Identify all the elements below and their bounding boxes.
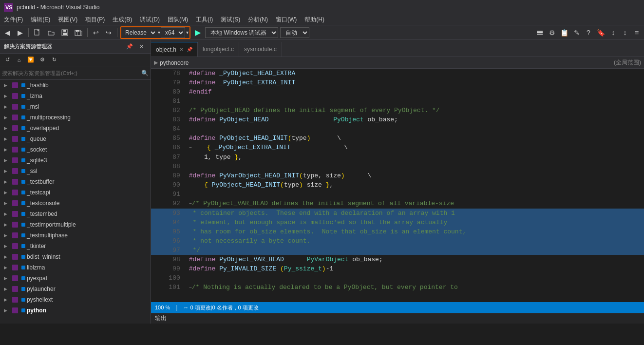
undo-button[interactable]: ↩	[91, 27, 101, 38]
scope-text[interactable]: (全局范围)	[614, 58, 641, 67]
tree-item[interactable]: ▶_testimportmultiple	[0, 219, 151, 230]
breadcrumb-text[interactable]: pythoncore	[160, 59, 189, 66]
open-file-button[interactable]	[45, 27, 57, 38]
table-row: 94 * element, but enough space is malloc…	[151, 218, 644, 227]
table-row: 91	[151, 190, 644, 199]
sidebar-refresh-button[interactable]: ↺	[2, 55, 13, 65]
zoom-level[interactable]: 100 %	[155, 305, 170, 310]
tree-item[interactable]: ▶python	[0, 305, 151, 316]
line-number: 92	[151, 199, 187, 209]
menu-file[interactable]: 文件(F)	[0, 15, 27, 25]
auto-select[interactable]: 自动	[280, 27, 309, 38]
menu-team[interactable]: 团队(M)	[164, 15, 192, 25]
save-button[interactable]	[59, 27, 71, 38]
sidebar-pin-button[interactable]: 📌	[124, 41, 135, 52]
toolbar-icon-6[interactable]: 🔖	[595, 27, 607, 38]
menu-build[interactable]: 生成(B)	[109, 15, 136, 25]
tree-item[interactable]: ▶bdist_wininst	[0, 251, 151, 262]
table-row: 86− { _PyObject_EXTRA_INIT \	[151, 143, 644, 153]
svg-rect-11	[537, 34, 543, 35]
sidebar-close-button[interactable]: ✕	[136, 41, 147, 52]
line-number: 99	[151, 264, 187, 273]
line-number: 85	[151, 134, 187, 143]
menu-window[interactable]: 窗口(W)	[272, 15, 301, 25]
toolbar-icon-8[interactable]: ↕	[620, 27, 630, 38]
svg-rect-8	[77, 31, 82, 36]
toolbar-icon-5[interactable]: ?	[583, 27, 594, 38]
menu-project[interactable]: 项目(P)	[81, 15, 109, 25]
toolbar-icon-4[interactable]: ✎	[571, 27, 582, 38]
sidebar-home-button[interactable]: ⌂	[14, 55, 24, 65]
tree-item[interactable]: ▶_msi	[0, 101, 151, 112]
tree-item[interactable]: ▶_ssl	[0, 166, 151, 176]
tree-container[interactable]: ▶_hashlib▶_lzma▶_msi▶_multiprocessing▶_o…	[0, 80, 151, 324]
toolbar-icon-1[interactable]	[534, 27, 546, 38]
toolbar-icon-9[interactable]: ≡	[631, 27, 642, 38]
menu-view[interactable]: 视图(V)	[54, 15, 81, 25]
tree-item[interactable]: ▶pylauncher	[0, 284, 151, 294]
tab-sysmodule-c[interactable]: sysmodule.c	[239, 42, 282, 57]
new-file-button[interactable]	[32, 27, 43, 38]
tree-item[interactable]: ▶_testbuffer	[0, 176, 151, 187]
sidebar-settings-button[interactable]: ⚙	[37, 55, 48, 65]
menu-test[interactable]: 测试(S)	[217, 15, 244, 25]
tree-item[interactable]: ▶_socket	[0, 144, 151, 155]
table-row: 85#define PyObject_HEAD_INIT(type) \	[151, 134, 644, 143]
tree-item[interactable]: ▶_testembed	[0, 209, 151, 219]
menu-debug[interactable]: 调试(D)	[136, 15, 164, 25]
tree-item[interactable]: ▶_queue	[0, 134, 151, 144]
save-all-button[interactable]	[73, 27, 84, 38]
tab-object-h-close[interactable]: ✕	[179, 46, 184, 53]
tree-item[interactable]: ▶_testconsole	[0, 198, 151, 209]
sidebar-refresh2-button[interactable]: ↻	[49, 55, 59, 65]
tree-item[interactable]: ▶_tkinter	[0, 241, 151, 251]
tree-item[interactable]: ▶liblzma	[0, 262, 151, 273]
menu-help[interactable]: 帮助(H)	[301, 15, 328, 25]
tree-item-icon	[11, 146, 19, 153]
tree-item[interactable]: ▶_overlapped	[0, 123, 151, 134]
menu-bar: 文件(F) 编辑(E) 视图(V) 项目(P) 生成(B) 调试(D) 团队(M…	[0, 15, 644, 25]
tree-item[interactable]: ▶_testmultiphase	[0, 230, 151, 241]
menu-analyze[interactable]: 分析(N)	[244, 15, 272, 25]
line-content: /* PyObject_HEAD defines the initial seg…	[187, 106, 644, 115]
code-editor[interactable]: 78#define _PyObject_HEAD_EXTRA79#define …	[151, 69, 644, 302]
toolbar-icon-3[interactable]: 📋	[558, 27, 570, 38]
tree-item[interactable]: ▶_lzma	[0, 91, 151, 101]
play-button[interactable]: ▶	[192, 27, 203, 38]
line-number: 79	[151, 78, 187, 87]
collapse-icon[interactable]: −	[189, 145, 192, 151]
tree-item[interactable]: ▶_testcapi	[0, 187, 151, 198]
output-bar: 输出	[151, 313, 644, 324]
tree-arrow-icon: ▶	[4, 83, 10, 88]
tree-item[interactable]: ▶_hashlib	[0, 80, 151, 91]
platform-select[interactable]: x64 x86	[161, 27, 185, 38]
tab-object-h-pin[interactable]: 📌	[187, 47, 192, 52]
line-content	[187, 190, 644, 199]
tab-longobject-c[interactable]: longobject.c	[198, 42, 239, 57]
tree-item-label: _testconsole	[27, 200, 59, 207]
tree-item-label: pyexpat	[27, 275, 47, 282]
line-content: #endif	[187, 87, 644, 96]
toolbar: ◀ ▶ ↩ ↪ Release Debug ▾ x64 x86 ▾ ▶ 本地 W…	[0, 25, 644, 40]
tree-item[interactable]: ▶pyexpat	[0, 273, 151, 284]
menu-edit[interactable]: 编辑(E)	[27, 15, 54, 25]
toolbar-icon-7[interactable]: ↕	[608, 27, 619, 38]
search-input[interactable]	[2, 70, 139, 76]
redo-button[interactable]: ↪	[103, 27, 114, 38]
line-number: 101	[151, 283, 187, 292]
sidebar-filter-button[interactable]: 🔽	[25, 55, 36, 65]
tree-item[interactable]: ▶_multiprocessing	[0, 112, 151, 123]
forward-button[interactable]: ▶	[15, 27, 25, 38]
status-changes[interactable]: ↔ 0 项更改|0 名作者，0 项更改	[183, 304, 258, 311]
debugger-select[interactable]: 本地 Windows 调试器	[205, 27, 278, 38]
sidebar: 解决方案资源管理器 📌 ✕ ↺ ⌂ 🔽 ⚙ ↻ 🔍 ▶_hashlib▶_lzm…	[0, 40, 151, 324]
tab-object-h[interactable]: object.h ✕ 📌	[151, 42, 198, 57]
toolbar-icon-2[interactable]: ⚙	[547, 27, 557, 38]
toolbar-separator-1	[28, 28, 29, 37]
menu-tools[interactable]: 工具(I)	[192, 15, 217, 25]
back-button[interactable]: ◀	[2, 27, 13, 38]
tree-item[interactable]: ▶pyshellext	[0, 294, 151, 305]
configuration-select[interactable]: Release Debug	[121, 27, 157, 38]
table-row: 87 1, type },	[151, 153, 644, 162]
tree-item[interactable]: ▶_sqlite3	[0, 155, 151, 166]
